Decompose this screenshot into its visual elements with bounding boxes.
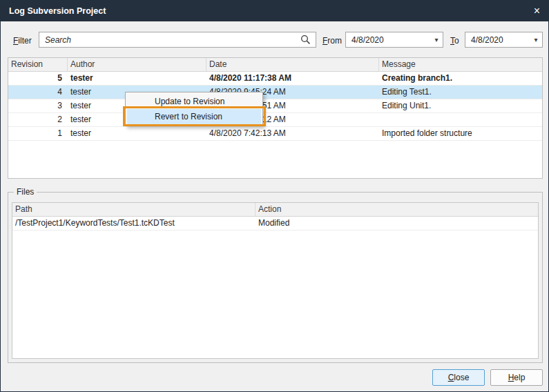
files-group-label: Files [14,187,37,197]
chevron-down-icon[interactable]: ▾ [530,36,542,43]
help-button-label: Help [508,373,526,382]
revision-cell: 4 [8,86,68,99]
search-icon [300,35,311,45]
table-row[interactable]: 2 tester 4/8/2020 7:54:12 AM [8,113,542,127]
filter-label: Filter [13,36,32,46]
search-input[interactable] [39,35,300,45]
author-cell: tester [68,72,206,85]
files-group: Files Path Action /TestProject1/KeywordT… [8,192,543,363]
column-header-revision[interactable]: Revision [8,58,68,71]
table-row[interactable]: 5 tester 4/8/2020 11:17:38 AM Creating b… [8,72,542,86]
table-row[interactable]: /TestProject1/KeywordTests/Test1.tcKDTes… [12,217,538,231]
table-row-selected[interactable]: 4 tester 4/8/2020 9:45:24 AM Editing Tes… [8,86,542,99]
table-row[interactable]: 1 tester 4/8/2020 7:42:13 AM Imported fo… [8,127,542,141]
author-cell: tester [68,127,206,140]
revisions-table-header: Revision Author Date Message [8,58,542,72]
from-date-value: 4/8/2020 [351,35,430,45]
chevron-down-icon[interactable]: ▾ [430,36,443,43]
table-row[interactable]: 3 tester 4/8/2020 9:42:51 AM Editing Uni… [8,99,542,113]
message-cell: Editing Test1. [379,86,542,99]
help-button[interactable]: Help [490,369,543,386]
date-cell: 4/8/2020 11:17:38 AM [206,72,379,85]
column-header-action[interactable]: Action [256,203,538,216]
message-cell [379,113,542,126]
column-header-date[interactable]: Date [206,58,379,71]
to-label: To [450,36,459,46]
log-subversion-dialog: Log Subversion Project × Filter From 4/8… [0,0,549,392]
close-button-label: Close [448,373,470,382]
context-menu: Update to Revision Revert to Revision [125,92,263,126]
revision-cell: 1 [8,127,68,140]
column-header-message[interactable]: Message [379,58,542,71]
path-cell: /TestProject1/KeywordTests/Test1.tcKDTes… [12,217,256,230]
message-cell: Imported folder structure [379,127,542,140]
titlebar: Log Subversion Project × [1,1,548,21]
column-header-path[interactable]: Path [12,203,256,216]
to-date-combo[interactable]: 4/8/2020 ▾ [465,32,543,48]
menu-item-update-to-revision[interactable]: Update to Revision [127,94,261,109]
column-header-author[interactable]: Author [68,58,206,71]
close-button[interactable]: Close [432,369,485,386]
message-cell: Creating branch1. [379,72,542,85]
dialog-title: Log Subversion Project [9,6,106,16]
from-label: From [322,36,342,46]
revisions-table: Revision Author Date Message 5 tester 4/… [8,57,543,179]
revision-cell: 3 [8,99,68,112]
files-table-header: Path Action [12,203,538,217]
message-cell: Editing Unit1. [379,99,542,112]
from-date-combo[interactable]: 4/8/2020 ▾ [345,32,443,48]
date-cell: 4/8/2020 7:42:13 AM [206,127,379,140]
to-date-value: 4/8/2020 [471,35,530,45]
files-table: Path Action /TestProject1/KeywordTests/T… [12,202,539,359]
menu-item-revert-to-revision[interactable]: Revert to Revision [127,109,261,124]
revision-cell: 5 [8,72,68,85]
close-icon[interactable]: × [526,6,540,17]
revision-cell: 2 [8,113,68,126]
action-cell: Modified [256,217,538,230]
search-box[interactable] [39,32,316,48]
